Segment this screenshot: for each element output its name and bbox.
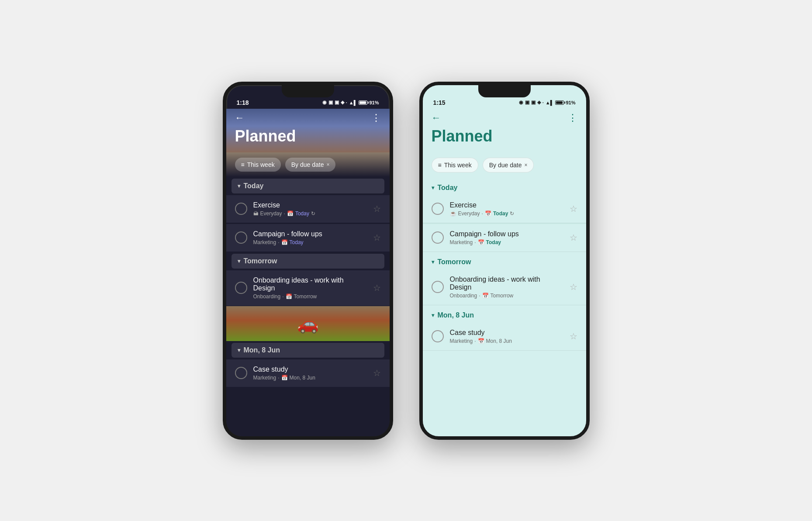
task-content-exercise-dark: Exercise 🏔 Everyday · 📅 Today ↻ bbox=[253, 201, 367, 217]
time-light: 1:15 bbox=[433, 99, 446, 106]
cal-icon-campaign-dark: 📅 bbox=[281, 239, 288, 245]
star-exercise-light[interactable]: ☆ bbox=[570, 204, 577, 214]
project-icon-dark: 🏔 bbox=[253, 210, 259, 217]
checkbox-campaign-light[interactable] bbox=[432, 231, 444, 244]
task-casestudy-dark[interactable]: Case study Marketing · 📅 Mon, 8 Jun ☆ bbox=[226, 359, 390, 387]
section-tomorrow-label-dark: Tomorrow bbox=[244, 257, 277, 265]
section-tomorrow-label-light: Tomorrow bbox=[438, 258, 471, 266]
cal-icon-onboarding-light: 📅 bbox=[482, 293, 489, 299]
close-chip-dark[interactable]: × bbox=[326, 162, 329, 168]
task-casestudy-light[interactable]: Case study Marketing · 📅 Mon, 8 Jun ☆ bbox=[423, 323, 586, 351]
more-button-light[interactable]: ⋮ bbox=[568, 112, 577, 124]
cal-icon-onboarding-dark: 📅 bbox=[286, 293, 292, 300]
project-icon-light: ☕ bbox=[450, 210, 456, 217]
time-dark: 1:18 bbox=[237, 99, 249, 106]
phone-dark: 1:18 ◉ ▣ ▣ ◈ · ▲▌ 91% ← ⋮ Planned bbox=[223, 82, 393, 440]
task-content-casestudy-light: Case study Marketing · 📅 Mon, 8 Jun bbox=[450, 329, 563, 344]
star-campaign-light[interactable]: ☆ bbox=[570, 232, 577, 243]
task-content-onboarding-light: Onboarding ideas - work with Design Onbo… bbox=[450, 276, 563, 299]
page-title-dark: Planned bbox=[235, 127, 381, 145]
by-due-date-chip-light[interactable]: By due date × bbox=[483, 158, 534, 173]
checkbox-casestudy-dark[interactable] bbox=[235, 367, 247, 379]
content-light: ▾ Today Exercise ☕ Everyday · 📅 Today ↻ bbox=[423, 178, 586, 436]
task-content-onboarding-dark: Onboarding ideas - work with Design Onbo… bbox=[253, 276, 367, 300]
task-meta-exercise-dark: 🏔 Everyday · 📅 Today ↻ bbox=[253, 210, 367, 217]
task-campaign-dark[interactable]: Campaign - follow ups Marketing · 📅 Toda… bbox=[226, 224, 390, 252]
close-chip-light[interactable]: × bbox=[524, 162, 527, 168]
task-meta-casestudy-light: Marketing · 📅 Mon, 8 Jun bbox=[450, 338, 563, 344]
back-button-dark[interactable]: ← bbox=[235, 112, 245, 124]
section-tomorrow-dark[interactable]: ▾ Tomorrow bbox=[232, 254, 384, 269]
chevron-tomorrow-dark: ▾ bbox=[238, 258, 240, 264]
more-button-dark[interactable]: ⋮ bbox=[371, 112, 381, 124]
this-week-chip-dark[interactable]: ≡ This week bbox=[235, 158, 281, 172]
filter-row-light: ≡ This week By due date × bbox=[423, 152, 586, 178]
section-mon8jun-light[interactable]: ▾ Mon, 8 Jun bbox=[423, 305, 586, 323]
checkbox-casestudy-light[interactable] bbox=[432, 330, 444, 342]
chevron-mon8jun-light: ▾ bbox=[432, 312, 434, 318]
section-today-dark[interactable]: ▾ Today bbox=[232, 179, 384, 193]
battery-icon-light bbox=[555, 100, 564, 105]
task-exercise-dark[interactable]: Exercise 🏔 Everyday · 📅 Today ↻ ☆ bbox=[226, 195, 390, 223]
app-header-light: ← ⋮ Planned bbox=[423, 109, 586, 152]
task-meta-campaign-light: Marketing · 📅 Today bbox=[450, 239, 563, 245]
filter-row-dark: ≡ This week By due date × bbox=[226, 152, 390, 177]
star-exercise-dark[interactable]: ☆ bbox=[373, 204, 381, 214]
cal-icon-dark: 📅 bbox=[287, 210, 294, 217]
cal-icon-casestudy-light: 📅 bbox=[478, 338, 484, 344]
cal-icon-light: 📅 bbox=[485, 210, 491, 217]
star-campaign-dark[interactable]: ☆ bbox=[373, 232, 381, 243]
chevron-tomorrow-light: ▾ bbox=[432, 259, 434, 265]
section-today-light[interactable]: ▾ Today bbox=[423, 178, 586, 195]
bg-image-dark bbox=[226, 306, 390, 341]
section-tomorrow-light[interactable]: ▾ Tomorrow bbox=[423, 252, 586, 269]
task-meta-campaign-dark: Marketing · 📅 Today bbox=[253, 239, 367, 245]
star-casestudy-dark[interactable]: ☆ bbox=[373, 368, 381, 378]
star-casestudy-light[interactable]: ☆ bbox=[570, 331, 577, 342]
section-mon8jun-label-dark: Mon, 8 Jun bbox=[244, 346, 280, 354]
nav-row-light: ← ⋮ bbox=[432, 112, 577, 124]
task-title-onboarding-dark: Onboarding ideas - work with Design bbox=[253, 276, 367, 292]
star-onboarding-dark[interactable]: ☆ bbox=[373, 283, 381, 293]
task-exercise-light[interactable]: Exercise ☕ Everyday · 📅 Today ↻ ☆ bbox=[423, 195, 586, 223]
checkbox-onboarding-light[interactable] bbox=[432, 281, 444, 293]
content-dark: ▾ Today Exercise 🏔 Everyday · 📅 Today ↻ bbox=[226, 177, 390, 436]
status-bar-dark: 1:18 ◉ ▣ ▣ ◈ · ▲▌ 91% bbox=[226, 85, 390, 109]
this-week-chip-light[interactable]: ≡ This week bbox=[432, 158, 478, 173]
section-mon8jun-dark[interactable]: ▾ Mon, 8 Jun bbox=[232, 343, 384, 358]
task-onboarding-dark[interactable]: Onboarding ideas - work with Design Onbo… bbox=[226, 270, 390, 306]
checkbox-exercise-light[interactable] bbox=[432, 203, 444, 215]
back-button-light[interactable]: ← bbox=[432, 112, 441, 124]
section-today-label-dark: Today bbox=[244, 182, 264, 190]
task-onboarding-light[interactable]: Onboarding ideas - work with Design Onbo… bbox=[423, 269, 586, 305]
phones-container: 1:18 ◉ ▣ ▣ ◈ · ▲▌ 91% ← ⋮ Planned bbox=[223, 82, 590, 440]
task-title-casestudy-dark: Case study bbox=[253, 366, 367, 373]
status-icons-dark: ◉ ▣ ▣ ◈ · ▲▌ 91% bbox=[322, 100, 379, 105]
checkbox-campaign-dark[interactable] bbox=[235, 231, 247, 244]
by-due-date-chip-dark[interactable]: By due date × bbox=[285, 158, 336, 172]
star-onboarding-light[interactable]: ☆ bbox=[570, 282, 577, 292]
task-meta-onboarding-light: Onboarding · 📅 Tomorrow bbox=[450, 293, 563, 299]
battery-pct-light: 91% bbox=[566, 100, 575, 105]
task-content-campaign-light: Campaign - follow ups Marketing · 📅 Toda… bbox=[450, 230, 563, 245]
battery-icon-dark bbox=[359, 100, 367, 105]
status-bar-light: 1:15 ◉ ▣ ▣ ◈ · ▲▌ 91% bbox=[423, 85, 586, 109]
checkbox-onboarding-dark[interactable] bbox=[235, 282, 247, 294]
cal-icon-campaign-light: 📅 bbox=[478, 239, 484, 245]
task-content-exercise-light: Exercise ☕ Everyday · 📅 Today ↻ bbox=[450, 201, 563, 217]
battery-pct-dark: 91% bbox=[369, 100, 379, 105]
hamburger-icon-dark: ≡ bbox=[241, 161, 245, 168]
task-title-casestudy-light: Case study bbox=[450, 329, 563, 337]
task-title-campaign-dark: Campaign - follow ups bbox=[253, 230, 367, 238]
section-today-label-light: Today bbox=[438, 184, 458, 192]
chevron-today-light: ▾ bbox=[432, 185, 434, 191]
page-title-light: Planned bbox=[432, 127, 577, 145]
section-mon8jun-label-light: Mon, 8 Jun bbox=[438, 311, 474, 319]
task-campaign-light[interactable]: Campaign - follow ups Marketing · 📅 Toda… bbox=[423, 224, 586, 252]
checkbox-exercise-dark[interactable] bbox=[235, 203, 247, 215]
chevron-today-dark: ▾ bbox=[238, 183, 240, 189]
hamburger-icon-light: ≡ bbox=[438, 162, 442, 169]
task-title-onboarding-light: Onboarding ideas - work with Design bbox=[450, 276, 563, 291]
cal-icon-casestudy-dark: 📅 bbox=[281, 375, 288, 381]
task-title-exercise-dark: Exercise bbox=[253, 201, 367, 209]
